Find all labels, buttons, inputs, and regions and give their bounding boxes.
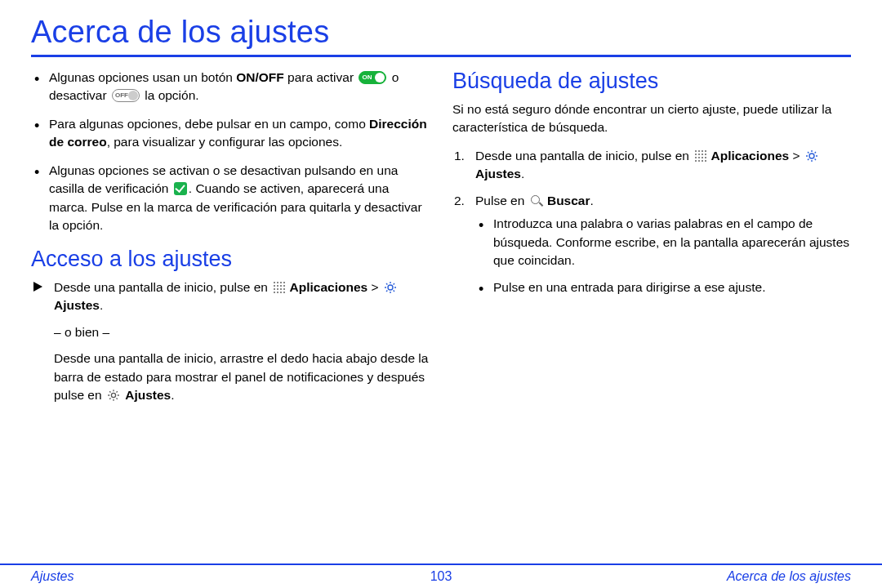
page-footer: Ajustes 103 Acerca de los ajustes: [0, 564, 882, 588]
search-steps: 1. Desde una pantalla de inicio, pulse e…: [452, 147, 851, 296]
bold-onoff: ON/OFF: [236, 70, 284, 84]
toggle-off-icon: [112, 89, 140, 102]
or-divider: – o bien –: [54, 323, 430, 341]
period: .: [521, 167, 524, 180]
step-1: 1. Desde una pantalla de inicio, pulse e…: [452, 147, 851, 184]
footer-section: Ajustes: [31, 569, 74, 584]
step-arrow: Desde una pantalla de inicio, pulse en A…: [31, 278, 430, 405]
svg-point-2: [809, 154, 814, 158]
bold-settings: Ajustes: [54, 298, 100, 312]
checkbox-checked-icon: [174, 182, 187, 195]
footer-topic: Acerca de los ajustes: [727, 569, 851, 584]
bold-apps: Aplicaciones: [711, 149, 790, 163]
search-icon: [530, 194, 542, 207]
sub-bullet-1: Introduzca una palabra o varias palabras…: [475, 215, 851, 270]
period: .: [171, 388, 174, 402]
period: .: [590, 194, 594, 207]
right-column: Búsqueda de ajustes Si no está seguro dó…: [452, 69, 851, 413]
period: .: [100, 298, 103, 312]
heading-search-settings: Búsqueda de ajustes: [452, 69, 851, 94]
bold-apps: Aplicaciones: [290, 280, 368, 294]
settings-gear-outline-icon: [107, 389, 120, 402]
text: la opción.: [141, 88, 199, 102]
page-title: Acerca de los ajustes: [31, 15, 851, 57]
bold-search: Buscar: [547, 194, 590, 207]
text: Desde una pantalla de inicio, pulse en: [475, 149, 693, 163]
step-alt: Desde una pantalla de inicio, arrastre e…: [54, 350, 430, 404]
page-number: 103: [430, 569, 452, 584]
text: , para visualizar y configurar las opcio…: [107, 135, 343, 149]
breadcrumb-gt: >: [789, 149, 804, 163]
settings-gear-icon: [384, 281, 397, 294]
text: Para algunas opciones, debe pulsar en un…: [49, 117, 369, 131]
sub-bullet-2: Pulse en una entrada para dirigirse a es…: [475, 278, 851, 296]
heading-access-settings: Acceso a los ajustes: [31, 247, 430, 272]
breadcrumb-gt: >: [368, 280, 382, 294]
text: para activar: [284, 70, 358, 84]
apps-grid-icon: [693, 149, 706, 162]
step-number-2: 2.: [454, 192, 465, 210]
text: Pulse en: [475, 194, 528, 207]
svg-point-1: [111, 393, 115, 397]
step-2-subbullets: Introduzca una palabra o varias palabras…: [475, 215, 851, 296]
text: Desde una pantalla de inicio, pulse en: [54, 280, 271, 294]
step-2: 2. Pulse en Buscar. Introduzca una palab…: [452, 192, 851, 296]
apps-grid-icon: [272, 280, 285, 293]
toggle-on-icon: [359, 71, 386, 84]
bullet-checkbox: Algunas opciones se activan o se desacti…: [31, 162, 430, 235]
search-intro: Si no está seguro dónde encontrar un cie…: [452, 100, 851, 137]
text: Algunas opciones usan un botón: [49, 70, 236, 84]
two-column-layout: Algunas opciones usan un botón ON/OFF pa…: [31, 69, 851, 413]
access-steps: Desde una pantalla de inicio, pulse en A…: [31, 278, 430, 405]
intro-bullet-list: Algunas opciones usan un botón ON/OFF pa…: [31, 69, 430, 235]
manual-page: Acerca de los ajustes Algunas opciones u…: [0, 0, 882, 588]
bullet-onoff: Algunas opciones usan un botón ON/OFF pa…: [31, 69, 430, 105]
left-column: Algunas opciones usan un botón ON/OFF pa…: [31, 69, 430, 413]
bold-settings-2: Ajustes: [125, 388, 171, 402]
settings-gear-icon: [805, 149, 818, 163]
svg-point-0: [388, 285, 393, 290]
bold-settings: Ajustes: [475, 167, 521, 180]
bullet-field: Para algunas opciones, debe pulsar en un…: [31, 115, 430, 152]
step-number-1: 1.: [454, 147, 465, 165]
